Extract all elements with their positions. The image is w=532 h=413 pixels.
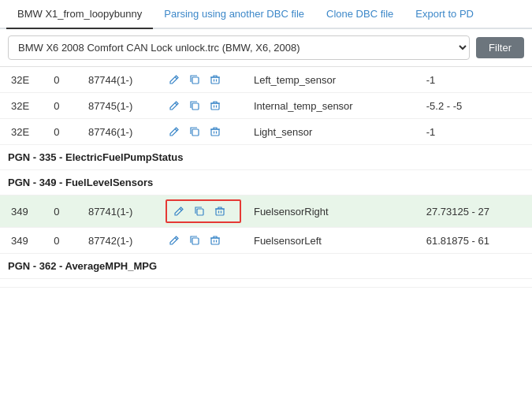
col-name: FuelsensorRight [247,195,420,228]
col-name: Light_sensor [247,119,420,145]
col-id: 349 [0,228,47,254]
col-actions[interactable] [159,93,247,119]
col-value: -1 [420,119,532,145]
col-ref: 87745(1-) [82,93,159,119]
tab-parsing[interactable]: Parsing using another DBC file [153,0,315,29]
col-value: 61.81875 - 61 [420,228,532,254]
col-id: 32E [0,93,47,119]
col-actions[interactable] [159,279,247,288]
delete-icon[interactable] [211,203,229,220]
col-ref: 87744(1-) [82,67,159,93]
table-row: 32E087745(1-)Internal_temp_sensor-5.2 - … [0,93,532,119]
col-num: 0 [47,93,82,119]
col-name: Internal_temp_sensor [247,93,420,119]
tab-main[interactable]: BMW X1_from_loopybunny [6,0,153,29]
delete-icon[interactable] [206,71,224,88]
col-id: 349 [0,195,47,228]
tab-bar: BMW X1_from_loopybunny Parsing using ano… [0,0,532,29]
svg-rect-5 [211,129,219,136]
table-area[interactable]: 32E087744(1-)Left_temp_sensor-132E087745… [0,67,532,409]
svg-rect-8 [192,238,199,244]
col-actions[interactable] [159,67,247,93]
table-row [0,279,532,288]
table-row: 349087742(1-)FuelsensorLeft61.81875 - 61 [0,228,532,254]
delete-icon[interactable] [206,97,224,114]
edit-icon[interactable] [166,123,183,140]
tab-export[interactable]: Export to PD [404,0,485,29]
tab-clone[interactable]: Clone DBC file [315,0,404,29]
copy-icon[interactable] [186,123,203,140]
col-value: -5.2 - -5 [420,93,532,119]
col-value [420,279,532,288]
table-row: 32E087744(1-)Left_temp_sensor-1 [0,67,532,93]
group-header-row: PGN - 335 - ElectricFuelPumpStatus [0,145,532,170]
file-select[interactable]: BMW X6 2008 Comfort CAN Lock unlock.trc … [8,35,470,60]
col-ref: 87746(1-) [82,119,159,145]
table-row: 32E087746(1-)Light_sensor-1 [0,119,532,145]
col-num: 0 [47,195,82,228]
svg-rect-6 [197,209,203,215]
svg-rect-0 [192,77,199,84]
delete-icon[interactable] [206,232,224,249]
col-ref: 87741(1-) [82,195,159,228]
col-actions[interactable] [159,195,247,228]
col-value: -1 [420,67,532,93]
col-actions[interactable] [159,119,247,145]
delete-icon[interactable] [206,123,224,140]
svg-rect-7 [216,209,224,215]
copy-icon[interactable] [191,203,208,220]
group-header-row: PGN - 349 - FuelLevelSensors [0,170,532,195]
svg-rect-4 [192,129,199,136]
col-actions[interactable] [159,228,247,254]
edit-icon[interactable] [166,71,183,88]
col-num: 0 [47,228,82,254]
group-header-row: PGN - 362 - AverageMPH_MPG [0,254,532,279]
col-num: 0 [47,119,82,145]
copy-icon[interactable] [186,71,203,88]
col-num: 0 [47,67,82,93]
col-ref: 87742(1-) [82,228,159,254]
copy-icon[interactable] [186,97,203,114]
data-table: 32E087744(1-)Left_temp_sensor-132E087745… [0,67,532,288]
col-num [47,279,82,288]
col-value: 27.73125 - 27 [420,195,532,228]
copy-icon[interactable] [186,232,203,249]
col-ref [82,279,159,288]
svg-rect-2 [192,103,199,110]
edit-icon[interactable] [166,232,183,249]
col-name: Left_temp_sensor [247,67,420,93]
col-name: FuelsensorLeft [247,228,420,254]
filter-button[interactable]: Filter [476,37,524,58]
edit-icon[interactable] [170,203,188,220]
svg-rect-3 [211,103,219,110]
toolbar: BMW X6 2008 Comfort CAN Lock unlock.trc … [0,29,532,67]
svg-rect-9 [211,238,219,244]
edit-icon[interactable] [166,97,183,114]
col-name [247,279,420,288]
col-id: 32E [0,67,47,93]
col-id: 32E [0,119,47,145]
table-row: 349087741(1-)FuelsensorRight27.73125 - 2… [0,195,532,228]
col-id [0,279,47,288]
svg-rect-1 [211,77,219,84]
